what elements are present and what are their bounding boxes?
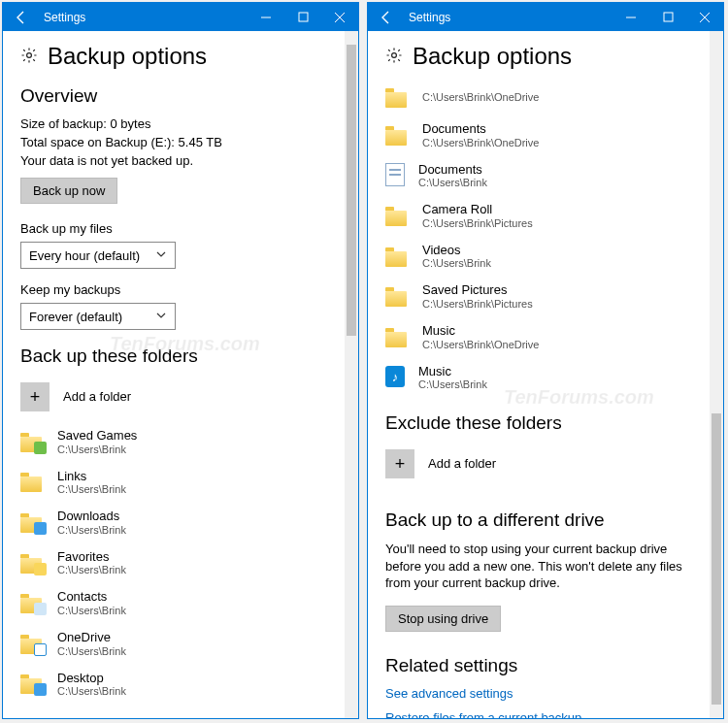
folder-name: Videos bbox=[422, 243, 491, 258]
scrollbar-thumb[interactable] bbox=[711, 413, 721, 705]
folder-icon bbox=[20, 592, 44, 613]
backup-frequency-label: Back up my files bbox=[20, 221, 327, 236]
folder-path: C:\Users\Brink bbox=[57, 564, 126, 575]
backup-frequency-value: Every hour (default) bbox=[29, 248, 140, 263]
folder-item[interactable]: DownloadsC:\Users\Brink bbox=[20, 502, 327, 542]
folder-path: C:\Users\Brink bbox=[57, 685, 126, 697]
folder-name: Music bbox=[418, 364, 487, 379]
svg-rect-2 bbox=[664, 13, 673, 21]
plus-icon: + bbox=[385, 449, 414, 478]
folder-path: C:\Users\Brink bbox=[57, 605, 126, 616]
folder-item[interactable]: VideosC:\Users\Brink bbox=[385, 236, 692, 277]
folder-item[interactable]: OneDriveC:\Users\Brink bbox=[20, 623, 327, 664]
gear-icon bbox=[20, 47, 38, 67]
folder-name: Saved Games bbox=[57, 428, 137, 444]
folder-name: Desktop bbox=[57, 671, 126, 686]
folder-item[interactable]: DesktopC:\Users\Brink bbox=[20, 664, 327, 705]
folder-item[interactable]: C:\Users\Brink\OneDrive bbox=[385, 80, 692, 115]
restore-files-link[interactable]: Restore files from a current backup bbox=[385, 710, 692, 718]
exclude-folders-heading: Exclude these folders bbox=[385, 412, 692, 434]
window-title: Settings bbox=[40, 11, 248, 24]
folder-icon bbox=[385, 86, 409, 108]
scrollbar[interactable] bbox=[710, 31, 723, 718]
backup-folder-list: Saved GamesC:\Users\BrinkLinksC:\Users\B… bbox=[20, 421, 327, 704]
overview-heading: Overview bbox=[20, 85, 327, 107]
keep-backups-value: Forever (default) bbox=[29, 310, 122, 324]
svg-rect-0 bbox=[299, 13, 308, 21]
maximize-button[interactable] bbox=[649, 3, 686, 31]
folder-icon bbox=[20, 471, 44, 492]
folder-path: C:\Users\Brink bbox=[57, 645, 126, 657]
folder-icon bbox=[20, 633, 44, 654]
titlebar: Settings bbox=[3, 3, 358, 31]
folder-name: Saved Pictures bbox=[422, 282, 533, 298]
backup-folders-heading: Back up these folders bbox=[20, 345, 327, 367]
folder-path: C:\Users\Brink\Pictures bbox=[422, 217, 533, 229]
scrollbar-thumb[interactable] bbox=[347, 45, 356, 336]
folder-icon bbox=[385, 246, 409, 267]
see-advanced-settings-link[interactable]: See advanced settings bbox=[385, 686, 692, 701]
folder-path: C:\Users\Brink bbox=[57, 483, 126, 495]
folder-icon bbox=[385, 124, 409, 146]
folder-name: Music bbox=[422, 323, 539, 339]
folder-path: C:\Users\Brink\OneDrive bbox=[422, 137, 539, 148]
back-button[interactable] bbox=[368, 3, 405, 31]
back-button[interactable] bbox=[3, 3, 40, 31]
folder-name: Links bbox=[57, 469, 126, 484]
folder-item[interactable]: DocumentsC:\Users\Brink bbox=[385, 155, 692, 196]
svg-point-1 bbox=[27, 52, 32, 57]
folder-item[interactable]: Saved PicturesC:\Users\Brink\Pictures bbox=[385, 276, 692, 316]
folder-path: C:\Users\Brink\Pictures bbox=[422, 298, 533, 310]
folder-path: C:\Users\Brink bbox=[422, 257, 491, 269]
folder-item[interactable]: Saved GamesC:\Users\Brink bbox=[20, 421, 327, 462]
stop-using-drive-button[interactable]: Stop using drive bbox=[385, 606, 501, 632]
folder-name: Documents bbox=[418, 162, 487, 178]
page-title: Backup options bbox=[48, 43, 207, 70]
music-icon: ♪ bbox=[385, 366, 405, 387]
folder-item[interactable]: FavoritesC:\Users\Brink bbox=[20, 542, 327, 583]
folder-name: OneDrive bbox=[57, 630, 126, 645]
page-title: Backup options bbox=[413, 43, 572, 70]
different-drive-text: You'll need to stop using your current b… bbox=[385, 541, 692, 592]
settings-window-left: Settings Backup options Overview Size of… bbox=[2, 2, 359, 719]
keep-backups-label: Keep my backups bbox=[20, 282, 327, 297]
folder-icon bbox=[385, 326, 409, 347]
folder-icon bbox=[20, 673, 44, 694]
add-exclude-folder-label: Add a folder bbox=[428, 456, 496, 472]
folder-name: Camera Roll bbox=[422, 202, 533, 217]
folder-name: Documents bbox=[422, 121, 539, 137]
maximize-button[interactable] bbox=[284, 3, 321, 31]
folder-icon bbox=[385, 285, 409, 307]
folder-item[interactable]: ♪MusicC:\Users\Brink bbox=[385, 357, 692, 398]
folder-name: Contacts bbox=[57, 589, 126, 605]
folder-icon bbox=[385, 205, 409, 226]
add-folder-label: Add a folder bbox=[63, 389, 131, 405]
folder-path: C:\Users\Brink bbox=[418, 177, 487, 188]
folder-item[interactable]: Camera RollC:\Users\Brink\Pictures bbox=[385, 195, 692, 236]
folder-item[interactable]: LinksC:\Users\Brink bbox=[20, 462, 327, 503]
chevron-down-icon bbox=[155, 248, 167, 263]
total-space-text: Total space on Backup (E:): 5.45 TB bbox=[20, 135, 327, 149]
content-area: Backup options C:\Users\Brink\OneDriveDo… bbox=[368, 31, 710, 718]
folder-icon bbox=[20, 511, 44, 533]
folder-item[interactable]: MusicC:\Users\Brink\OneDrive bbox=[385, 316, 692, 357]
settings-window-right: Settings Backup options C:\Users\Brink\O… bbox=[367, 2, 724, 719]
minimize-button[interactable] bbox=[248, 3, 284, 31]
folder-path: C:\Users\Brink bbox=[57, 444, 137, 455]
folder-name: Downloads bbox=[57, 509, 126, 524]
backup-frequency-select[interactable]: Every hour (default) bbox=[20, 242, 176, 269]
add-exclude-folder-row[interactable]: + Add a folder bbox=[385, 444, 692, 488]
scrollbar[interactable] bbox=[345, 31, 358, 718]
backup-now-button[interactable]: Back up now bbox=[20, 178, 117, 204]
add-folder-row[interactable]: + Add a folder bbox=[20, 377, 327, 421]
close-button[interactable] bbox=[686, 3, 723, 31]
folder-name: Favorites bbox=[57, 549, 126, 565]
close-button[interactable] bbox=[321, 3, 358, 31]
folder-path: C:\Users\Brink\OneDrive bbox=[422, 91, 539, 103]
minimize-button[interactable] bbox=[612, 3, 649, 31]
titlebar: Settings bbox=[368, 3, 723, 31]
keep-backups-select[interactable]: Forever (default) bbox=[20, 303, 176, 330]
folder-icon bbox=[20, 431, 44, 452]
folder-item[interactable]: ContactsC:\Users\Brink bbox=[20, 582, 327, 623]
folder-item[interactable]: DocumentsC:\Users\Brink\OneDrive bbox=[385, 115, 692, 155]
